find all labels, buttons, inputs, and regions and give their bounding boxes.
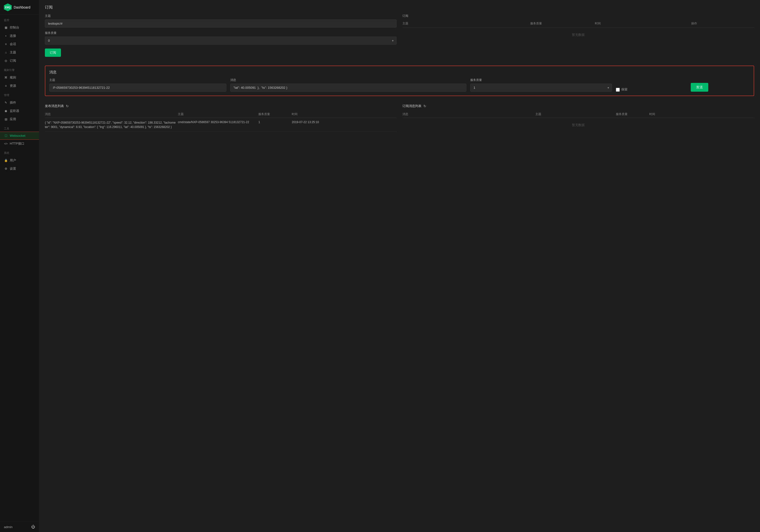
sidebar-item-monitors[interactable]: ◉ 监听器 [0, 107, 39, 115]
publish-refresh-icon[interactable]: ↻ [66, 104, 69, 108]
logout-icon[interactable]: ⏻ [31, 525, 35, 529]
connections-icon: ▪ [4, 34, 8, 37]
message-title: 消息 [49, 70, 750, 75]
sidebar-item-rules[interactable]: ⌘ 规则 [0, 73, 39, 82]
th-action: 操作 [691, 22, 754, 25]
subscribe-msg-list-header: 订阅消息列表 ↻ [403, 104, 754, 108]
send-button[interactable]: 发送 [691, 83, 708, 92]
subscribe-left: 主题 服务质量 0 1 2 ▼ 订阅 [45, 14, 397, 57]
th-time: 时间 [595, 22, 689, 25]
subscribe-qos-select[interactable]: 0 1 2 [45, 37, 397, 45]
monitors-icon: ◉ [4, 109, 8, 112]
subscribe-col-time: 时间 [649, 112, 754, 116]
subscribe-qos-wrap: 0 1 2 ▼ [45, 37, 397, 45]
sidebar-item-label: 规则 [10, 75, 16, 80]
sidebar-item-label: 监听器 [10, 109, 19, 113]
message-section: 消息 主题 消息 服务质量 0 1 2 ▼ [45, 66, 754, 96]
message-form: 主题 消息 服务质量 0 1 2 ▼ [49, 78, 750, 92]
app-title: Dashboard [14, 5, 30, 9]
subscriptions-icon: ◎ [4, 59, 8, 63]
subscribe-msg-table-header: 消息 主题 服务质量 时间 [403, 111, 754, 118]
sidebar-item-label: 插件 [10, 101, 16, 105]
subscribe-topic-input[interactable] [45, 20, 397, 27]
msg-qos-col: 服务质量 0 1 2 ▼ [470, 78, 612, 92]
sidebar-footer: admin ⏻ [0, 521, 39, 532]
publish-list-title: 发布消息列表 [45, 104, 64, 108]
section-label-system: 系统 [0, 148, 39, 156]
msg-topic-input[interactable] [49, 84, 226, 92]
subscribe-section: 订阅 主题 服务质量 0 1 2 ▼ 订阅 订阅 [45, 5, 754, 62]
publish-msg-content: { "id": "NXP-058659730253-96394511813272… [45, 120, 176, 129]
subscribe-title: 订阅 [45, 5, 754, 10]
users-icon: 🔒 [4, 159, 8, 162]
sidebar-item-label: 用户 [10, 158, 16, 163]
msg-content-label: 消息 [230, 78, 466, 82]
subscribe-msg-list-title: 订阅消息列表 [403, 104, 421, 108]
publish-col-msg: 消息 [45, 112, 176, 116]
msg-content-col: 消息 [230, 78, 466, 92]
publish-list-header: 发布消息列表 ↻ [45, 104, 397, 108]
sidebar-item-topics[interactable]: ⌂ 主题 [0, 48, 39, 57]
rules-icon: ⌘ [4, 76, 8, 79]
th-topic: 主题 [403, 22, 528, 25]
sidebar: EMQ Dashboard 监控 ▦ 控制台 ▪ 连接 ≡ 会话 ⌂ 主题 ◎ … [0, 0, 39, 532]
sidebar-item-label: Websocket [10, 134, 25, 138]
msg-topic-label: 主题 [49, 78, 226, 82]
sessions-icon: ≡ [4, 42, 8, 46]
sidebar-item-label: 设置 [10, 166, 16, 171]
subscribe-table: 订阅 主题 服务质量 时间 操作 暂无数据 [403, 14, 754, 57]
section-label-manage: 管理 [0, 90, 39, 99]
resources-icon: ≡ [4, 84, 8, 88]
sidebar-item-label: 主题 [10, 50, 16, 55]
app-logo: EMQ [4, 3, 12, 11]
sidebar-item-label: 会话 [10, 42, 16, 46]
publish-table-row: { "id": "NXP-058659730253-96394511813272… [45, 118, 397, 132]
publish-msg-time: 2019-07-22 13:25:10 [292, 120, 397, 124]
subscribe-msg-empty: 暂无数据 [403, 118, 754, 132]
sidebar-item-sessions[interactable]: ≡ 会话 [0, 40, 39, 48]
publish-col-qos: 服务质量 [258, 112, 290, 116]
sidebar-item-users[interactable]: 🔒 用户 [0, 156, 39, 164]
sidebar-item-resources[interactable]: ≡ 资源 [0, 82, 39, 90]
admin-username: admin [4, 525, 13, 529]
publish-msg-qos: 1 [258, 120, 290, 124]
retain-checkbox[interactable] [616, 88, 620, 92]
msg-qos-label: 服务质量 [470, 78, 612, 82]
sidebar-item-http[interactable]: </> HTTP接口 [0, 140, 39, 148]
sidebar-item-settings[interactable]: ⚙ 设置 [0, 164, 39, 173]
retain-label: 保留 [621, 87, 628, 92]
sidebar-item-subscriptions[interactable]: ◎ 订阅 [0, 57, 39, 65]
http-icon: </> [4, 142, 8, 145]
msg-retain-col: 保留 [616, 87, 687, 92]
sidebar-item-label: 订阅 [10, 59, 16, 63]
sidebar-item-label: 资源 [10, 84, 16, 88]
publish-msg-topic: cmd/state/NXP-0586597 30253-96394 511813… [178, 120, 256, 124]
msg-send-col: 发送 [691, 83, 750, 92]
publish-list: 发布消息列表 ↻ 消息 主题 服务质量 时间 { "id": "NXP-0586… [45, 104, 397, 132]
msg-qos-select[interactable]: 0 1 2 [470, 84, 612, 92]
sidebar-item-connections[interactable]: ▪ 连接 [0, 32, 39, 40]
qos-label: 服务质量 [45, 31, 397, 35]
sidebar-header: EMQ Dashboard [0, 0, 39, 15]
main-content: 订阅 主题 服务质量 0 1 2 ▼ 订阅 订阅 [39, 0, 760, 532]
subscribe-button[interactable]: 订阅 [45, 49, 61, 57]
sidebar-item-label: 连接 [10, 34, 16, 38]
sidebar-item-websocket[interactable]: ☐ Websocket [0, 132, 39, 140]
dashboard-icon: ▦ [4, 26, 8, 29]
sidebar-item-label: HTTP接口 [10, 141, 24, 146]
subscribe-refresh-icon[interactable]: ↻ [423, 104, 426, 108]
msg-content-input[interactable] [230, 84, 466, 92]
sidebar-item-label: 应用 [10, 117, 16, 121]
publish-col-time: 时间 [292, 112, 397, 116]
topics-icon: ⌂ [4, 51, 8, 54]
sidebar-item-apps[interactable]: ▤ 应用 [0, 115, 39, 123]
sidebar-item-dashboard[interactable]: ▦ 控制台 [0, 23, 39, 32]
subscribe-col-topic: 主题 [535, 112, 614, 116]
apps-icon: ▤ [4, 117, 8, 121]
publish-table-header: 消息 主题 服务质量 时间 [45, 111, 397, 118]
subscribe-table-empty: 暂无数据 [403, 28, 754, 42]
subscribe-col-msg: 消息 [403, 112, 533, 116]
publish-col-topic: 主题 [178, 112, 256, 116]
sidebar-item-plugins[interactable]: ✎ 插件 [0, 99, 39, 107]
topic-label: 主题 [45, 14, 397, 18]
